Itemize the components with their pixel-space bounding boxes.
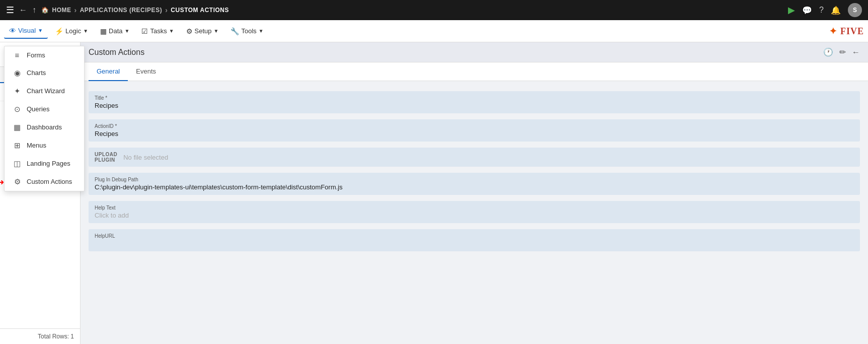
title-label: Title * (95, 95, 854, 101)
main-area: 🔍 + ActionID Recipes Total Rows: 1 Custo… (0, 42, 868, 344)
upload-label: UPLOAD PLUGIN (95, 152, 117, 163)
breadcrumb-sep2: › (165, 6, 168, 14)
upload-plugin-field[interactable]: UPLOAD PLUGIN No file selected (89, 148, 860, 167)
top-bar-left: ☰ ← ↑ 🏠 HOME › APPLICATIONS (RECIPES) › … (6, 5, 783, 16)
tasks-label: Tasks (150, 27, 167, 35)
visual-caret: ▼ (38, 28, 43, 33)
secondary-toolbar: 👁 Visual ▼ ≡ Forms ◉ Charts ✦ Chart Wiza… (0, 20, 868, 42)
top-bar: ☰ ← ↑ 🏠 HOME › APPLICATIONS (RECIPES) › … (0, 0, 868, 20)
history-icon[interactable]: 🕐 (823, 47, 833, 57)
custom-actions-label: Custom Actions (27, 178, 72, 185)
logic-icon: ⚡ (55, 27, 63, 35)
menus-label: Menus (27, 142, 46, 149)
landing-pages-label: Landing Pages (27, 160, 70, 167)
total-rows: Total Rows: 1 (0, 328, 80, 344)
form-content: Title * Recipes ActionID * Recipes UPLOA… (81, 81, 868, 344)
menus-icon: ⊞ (13, 141, 22, 150)
logic-caret: ▼ (83, 28, 88, 34)
notifications-icon[interactable]: 🔔 (831, 6, 841, 15)
menu-forms[interactable]: ≡ Forms (5, 46, 84, 64)
toolbar-data[interactable]: ▦ Data ▼ (95, 24, 134, 38)
right-panel-header: Custom Actions 🕐 ✏ ← (81, 42, 868, 62)
chart-wizard-icon: ✦ (13, 87, 22, 96)
play-icon[interactable]: ▶ (788, 5, 795, 16)
help-text-label: Help Text (95, 205, 854, 211)
custom-actions-icon: ⚙ (13, 177, 22, 186)
menu-dashboards[interactable]: ▦ Dashboards (5, 118, 84, 136)
setup-label: Setup (195, 27, 212, 35)
menu-queries[interactable]: ⊙ Queries (5, 100, 84, 118)
tools-icon: 🔧 (230, 27, 239, 35)
menu-landing-pages[interactable]: ◫ Landing Pages (5, 155, 84, 173)
plugin-debug-path-label: Plug In Debug Path (95, 177, 854, 182)
plugin-debug-path-value: C:\plugin-dev\plugin-templates-ui\templa… (95, 183, 854, 191)
data-icon: ▦ (100, 27, 107, 35)
close-icon[interactable]: ← (852, 48, 860, 57)
data-caret: ▼ (125, 28, 130, 34)
upload-label-line2: PLUGIN (95, 157, 117, 163)
visual-label: Visual (18, 27, 36, 34)
plugin-debug-path-field[interactable]: Plug In Debug Path C:\plugin-dev\plugin-… (89, 173, 860, 195)
dashboards-icon: ▦ (13, 123, 22, 132)
edit-icon[interactable]: ✏ (839, 47, 846, 57)
title-value: Recipes (95, 102, 854, 109)
upload-no-file-text: No file selected (123, 154, 168, 161)
landing-pages-icon: ◫ (13, 159, 22, 168)
help-url-label: HelpURL (95, 233, 854, 239)
queries-icon: ⊙ (13, 105, 22, 114)
help-icon[interactable]: ? (819, 6, 824, 15)
right-panel-actions: 🕐 ✏ ← (823, 47, 860, 57)
data-label: Data (109, 27, 122, 35)
visual-icon: 👁 (9, 27, 16, 35)
hamburger-icon[interactable]: ☰ (6, 5, 14, 16)
charts-icon: ◉ (13, 68, 22, 78)
title-field[interactable]: Title * Recipes (89, 91, 860, 113)
tools-label: Tools (241, 27, 256, 35)
logic-label: Logic (65, 27, 81, 35)
menu-chart-wizard[interactable]: ✦ Chart Wizard (5, 82, 84, 100)
back-button[interactable]: ← (19, 6, 27, 15)
five-logo: ✦ FIVE (829, 26, 864, 37)
tasks-icon: ☑ (141, 27, 148, 35)
setup-icon: ⚙ (186, 27, 193, 35)
breadcrumb-recipes[interactable]: APPLICATIONS (RECIPES) (80, 7, 162, 14)
charts-label: Charts (27, 69, 46, 77)
tasks-caret: ▼ (169, 28, 174, 34)
tools-caret: ▼ (259, 28, 264, 34)
breadcrumb-current: CUSTOM ACTIONS (171, 7, 229, 14)
help-url-field[interactable]: HelpURL (89, 229, 860, 251)
chart-wizard-label: Chart Wizard (27, 87, 65, 95)
action-id-value: Recipes (95, 130, 854, 137)
help-text-field[interactable]: Help Text Click to add (89, 201, 860, 223)
right-panel: Custom Actions 🕐 ✏ ← General Events Titl… (81, 42, 868, 344)
action-id-field[interactable]: ActionID * Recipes (89, 119, 860, 142)
toolbar-tasks[interactable]: ☑ Tasks ▼ (136, 24, 179, 38)
toolbar-visual[interactable]: 👁 Visual ▼ ≡ Forms ◉ Charts ✦ Chart Wiza… (4, 24, 48, 39)
toolbar-setup[interactable]: ⚙ Setup ▼ (181, 24, 224, 38)
user-avatar[interactable]: S (848, 3, 862, 17)
help-url-value (95, 240, 854, 247)
forms-label: Forms (27, 51, 45, 59)
forms-icon: ≡ (13, 51, 22, 59)
up-button[interactable]: ↑ (32, 6, 36, 15)
tab-general[interactable]: General (89, 62, 128, 81)
page-title: Custom Actions (89, 48, 144, 57)
breadcrumb-sep1: › (74, 6, 77, 14)
setup-caret: ▼ (214, 28, 219, 34)
breadcrumb-home-icon: 🏠 (41, 7, 49, 14)
help-text-placeholder: Click to add (95, 212, 854, 219)
menu-custom-actions[interactable]: ➜ ⚙ Custom Actions (5, 173, 84, 191)
action-id-label: ActionID * (95, 123, 854, 129)
tabs-bar: General Events (81, 62, 868, 81)
top-bar-right: ▶ 💬 ? 🔔 S (788, 3, 862, 17)
toolbar-logic[interactable]: ⚡ Logic ▼ (50, 24, 93, 38)
menu-menus[interactable]: ⊞ Menus (5, 136, 84, 155)
menu-charts[interactable]: ◉ Charts (5, 64, 84, 82)
toolbar-tools[interactable]: 🔧 Tools ▼ (225, 24, 268, 38)
tab-events[interactable]: Events (128, 62, 164, 81)
breadcrumb-home[interactable]: HOME (52, 7, 71, 14)
queries-label: Queries (27, 105, 50, 113)
breadcrumb: 🏠 HOME › APPLICATIONS (RECIPES) › CUSTOM… (41, 6, 229, 14)
chat-icon[interactable]: 💬 (802, 6, 812, 15)
visual-dropdown: ≡ Forms ◉ Charts ✦ Chart Wizard ⊙ Querie… (4, 46, 85, 191)
